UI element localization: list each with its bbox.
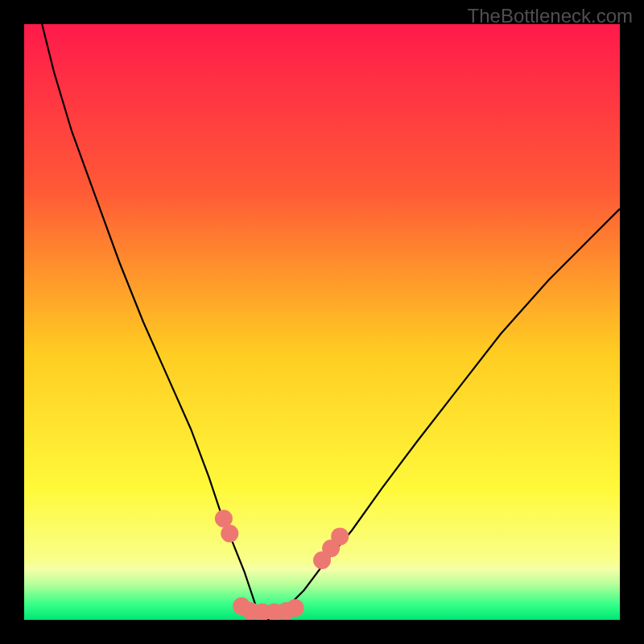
chart-frame: TheBottleneck.com bbox=[0, 0, 644, 644]
marker-point bbox=[221, 525, 238, 543]
curve-layer bbox=[24, 24, 620, 620]
watermark-text: TheBottleneck.com bbox=[468, 5, 633, 27]
plot-area bbox=[24, 24, 620, 620]
bottleneck-curve bbox=[42, 24, 620, 620]
marker-point bbox=[331, 527, 349, 545]
highlight-markers bbox=[215, 510, 349, 620]
marker-point bbox=[287, 599, 304, 617]
